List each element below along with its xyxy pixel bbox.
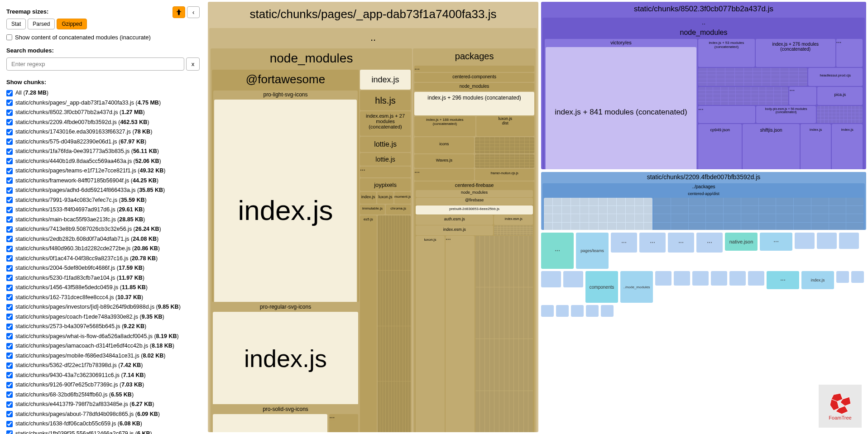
- chunk-checkbox[interactable]: [6, 285, 13, 291]
- node-at-firebase[interactable]: @firebase: [416, 198, 533, 205]
- chunk-item[interactable]: static/chunks/0f1ac474-04f38cc9a8237c16.…: [6, 255, 200, 263]
- chunk-item[interactable]: static/chunks/pages/about-778dfd4b098c86…: [6, 410, 200, 419]
- node-idx-a[interactable]: index.js: [360, 192, 376, 204]
- chunk-item[interactable]: static/chunks/162-731dcec8fee8ccc4.js (1…: [6, 294, 200, 302]
- node-pkg-dots[interactable]: [414, 66, 534, 72]
- node-8502-idx1[interactable]: index.js: [801, 124, 831, 169]
- node-auth-esm[interactable]: auth.esm.js: [416, 215, 493, 225]
- chunk-item[interactable]: static/chunks/1743016e.eda3091633f66327.…: [6, 128, 200, 136]
- mini-chunk-tile[interactable]: [541, 233, 574, 269]
- node-moment[interactable]: moment.js: [394, 192, 411, 204]
- node-nm3[interactable]: node_modules: [416, 190, 533, 197]
- node-pkg-dots2[interactable]: [414, 169, 474, 181]
- chunk-item[interactable]: static/chunks/2edb282b.608d0f7a04dfab71.…: [6, 235, 200, 243]
- search-input[interactable]: [6, 57, 184, 71]
- mini-chunk-tile[interactable]: [601, 305, 614, 317]
- node-node-modules[interactable]: node_modules @fortawesome pro-light-svg-…: [211, 48, 412, 432]
- chunk-checkbox[interactable]: [6, 343, 13, 349]
- node-luxon-a[interactable]: luxon.js: [377, 192, 393, 204]
- chunk-checkbox[interactable]: [6, 246, 13, 252]
- chunk-item[interactable]: static/chunks/575-d049a822390e06d1.js (6…: [6, 138, 200, 146]
- node-concat188[interactable]: index.js + 188 modules (concatenated): [414, 116, 475, 136]
- node-dots[interactable]: [360, 167, 411, 177]
- chunk-checkbox[interactable]: [6, 226, 13, 233]
- mini-chunk-tile[interactable]: ../node_modules: [620, 271, 653, 303]
- chunk-checkbox[interactable]: [6, 372, 13, 378]
- node-bodypix[interactable]: body-pix.esm.js + 56 modules (concatenat…: [756, 106, 816, 123]
- chunk-checkbox[interactable]: [6, 177, 13, 184]
- mini-chunk-tile[interactable]: [817, 233, 837, 249]
- chunk-all-checkbox[interactable]: [6, 90, 13, 96]
- mini-chunk-tile[interactable]: [839, 233, 859, 249]
- chunk-item[interactable]: static/chunks/pages/what-is-flow-d6a526a…: [6, 333, 200, 341]
- chunk-checkbox[interactable]: [6, 100, 13, 106]
- node-pro-solid[interactable]: pro-solid-svg-icons index.js index.js: [212, 405, 359, 432]
- node-packages[interactable]: packages centered-components node_module…: [413, 48, 536, 432]
- concat-checkbox[interactable]: [6, 34, 12, 40]
- chunk-checkbox[interactable]: [6, 197, 13, 203]
- chunk-all-item[interactable]: All (7.28 MB): [6, 89, 200, 97]
- size-stat-button[interactable]: Stat: [6, 19, 26, 29]
- node-centered-firebase[interactable]: centered-firebase node_modules @firebase…: [414, 181, 534, 432]
- chunk-checkbox[interactable]: [6, 294, 13, 300]
- chunk-checkbox[interactable]: [6, 275, 13, 281]
- mini-chunk-tile[interactable]: [696, 233, 723, 253]
- chunk-item[interactable]: static/chunks/5230-f1fad83cfb7ae104.js (…: [6, 274, 200, 282]
- chunk-item[interactable]: static/chunks/68-32bd6fb25f4ffb60.js (6.…: [6, 391, 200, 399]
- mini-chunk-tile[interactable]: [541, 305, 554, 317]
- chunk-2209[interactable]: static/chunks/2209.4fbde007bfb3592d.js .…: [541, 172, 866, 230]
- node-concat841[interactable]: index.js + 841 modules (concatenated): [546, 47, 696, 169]
- node-joypixels[interactable]: joypixels: [360, 178, 411, 191]
- mini-chunk-tile[interactable]: [639, 233, 666, 253]
- foamtree-logo[interactable]: FoamTree: [819, 385, 862, 428]
- mini-chunk-tile[interactable]: [692, 271, 709, 286]
- clear-search-button[interactable]: x: [186, 57, 200, 71]
- chunk-item[interactable]: static/chunks/1456-43f588e5dedc0459.js (…: [6, 284, 200, 292]
- chunk-item[interactable]: static/chunks/9430-43a7c362306911c6.js (…: [6, 372, 200, 380]
- node-prebuilt[interactable]: prebuilt-2d830653-6eee25bb.js: [416, 205, 533, 215]
- node-nm2[interactable]: node_modules: [414, 83, 534, 91]
- chunk-item[interactable]: static/chunks/8502.3f0cb077bb2a437d.js (…: [6, 109, 200, 117]
- chunk-item[interactable]: static/chunks/2209.4fbde007bfb3592d.js (…: [6, 119, 200, 127]
- mini-chunk-tile[interactable]: [836, 271, 849, 283]
- chunk-checkbox[interactable]: [6, 324, 13, 330]
- chunk-item[interactable]: static/chunks/7413e8b9.5087026cb3c32e56.…: [6, 225, 200, 234]
- treemap-canvas[interactable]: static/chunks/pages/_app-dab73f1a7400fa3…: [206, 0, 868, 434]
- node-victory[interactable]: victory/es index.js + 841 modules (conca…: [545, 39, 697, 169]
- node-waves[interactable]: Waves.js: [414, 154, 474, 168]
- size-parsed-button[interactable]: Parsed: [28, 19, 55, 29]
- mini-chunk-tile[interactable]: [668, 233, 694, 253]
- chunk-item[interactable]: static/chunks/1638-fdf06ca0cb55c659.js (…: [6, 420, 200, 428]
- mini-chunk-tile[interactable]: [729, 271, 746, 286]
- node-pro-light[interactable]: pro-light-svg-icons index.js: [213, 91, 358, 302]
- chunk-item[interactable]: static/chunks/2573-b4a3097e5685b645.js (…: [6, 323, 200, 331]
- node-index-light[interactable]: index.js: [214, 100, 357, 302]
- node-concat53[interactable]: index.js + 53 modules (concatenated): [698, 39, 755, 67]
- chunk-item[interactable]: static/chunks/framework-84ff07185b56904f…: [6, 177, 200, 185]
- chunk-item[interactable]: static/chunks/main-bcac55f93ae213fc.js (…: [6, 216, 200, 224]
- node-concat296[interactable]: index.js + 296 modules (concatenated): [414, 92, 534, 115]
- node-pro-regular[interactable]: pro-regular-svg-icons index.js: [212, 303, 359, 404]
- node-chroma[interactable]: chroma.js: [386, 205, 411, 215]
- chunk-checkbox[interactable]: [6, 391, 13, 398]
- mini-chunk-tile[interactable]: [748, 271, 764, 286]
- chunk-item[interactable]: static/chunks/5362-df22ec1f7b78398d.js (…: [6, 362, 200, 370]
- node-shiftjis[interactable]: shiftjis.json: [743, 124, 799, 169]
- chunk-checkbox[interactable]: [6, 236, 13, 242]
- chunk-checkbox[interactable]: [6, 411, 13, 417]
- chunk-item[interactable]: static/chunks/pages/coach-f1ede748a3930e…: [6, 313, 200, 321]
- node-immutable[interactable]: immutable.js: [360, 205, 385, 215]
- chunk-item[interactable]: static/chunks/pages/iamacoach-d314f1e6df…: [6, 342, 200, 350]
- chunk-8502[interactable]: static/chunks/8502.3f0cb077bb2a437d.js .…: [541, 2, 866, 169]
- chunk-checkbox[interactable]: [6, 265, 13, 272]
- pin-button[interactable]: [173, 6, 185, 18]
- chunk-item[interactable]: static/chunks/pages/investors/[id]-b89c2…: [6, 303, 200, 311]
- node-index-esm[interactable]: index.esm.js: [416, 225, 493, 235]
- node-fortawesome[interactable]: @fortawesome pro-light-svg-icons index.j…: [212, 70, 359, 302]
- chunk-checkbox[interactable]: [6, 119, 13, 125]
- mini-chunk-tile[interactable]: [851, 271, 864, 283]
- mini-chunk-tile[interactable]: [541, 271, 561, 287]
- chunk-checkbox[interactable]: [6, 168, 13, 174]
- node-index-top[interactable]: index.js: [360, 70, 411, 90]
- mini-chunk-tile[interactable]: [795, 233, 815, 249]
